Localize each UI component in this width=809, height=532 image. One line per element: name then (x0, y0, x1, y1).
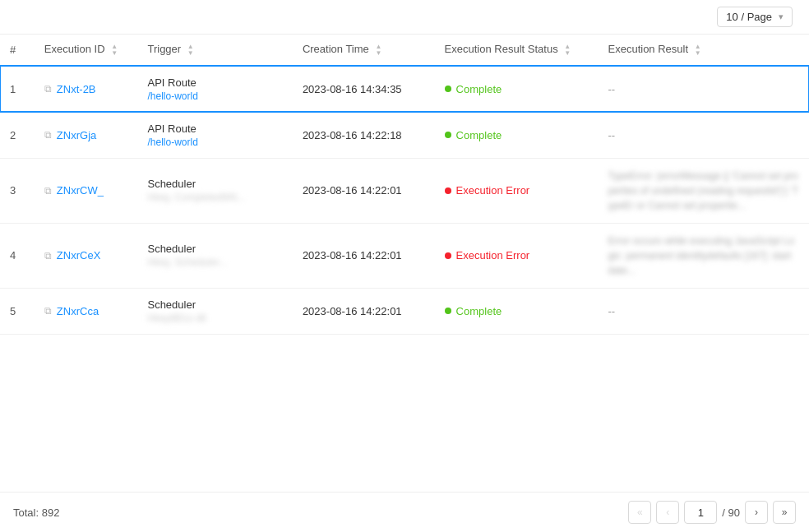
cell-status: Execution Error (435, 223, 599, 288)
status-label: Execution Error (456, 249, 530, 261)
cell-status: Complete (435, 288, 599, 334)
trigger-sub: Hkey8B1o dlt (147, 312, 282, 324)
cell-status: Execution Error (435, 158, 599, 223)
exec-id-link[interactable]: ZNxrCW_ (57, 184, 104, 197)
col-header-trigger[interactable]: Trigger ▲▼ (137, 35, 292, 66)
col-header-result[interactable]: Execution Result ▲▼ (599, 35, 810, 66)
cell-exec-id: ⧉ ZNxrGja (35, 112, 138, 158)
sort-icon-trigger: ▲▼ (187, 44, 194, 57)
exec-id-link[interactable]: ZNxt-2B (57, 83, 96, 95)
cell-status: Complete (435, 66, 599, 113)
copy-icon[interactable]: ⧉ (44, 185, 52, 197)
cell-num: 3 (0, 158, 35, 223)
cell-exec-id: ⧉ ZNxt-2B (35, 66, 138, 113)
cell-creation-time: 2023-08-16 14:22:01 (293, 158, 435, 223)
result-text: -- (608, 129, 616, 141)
next-page-button[interactable]: › (745, 501, 768, 524)
cell-num: 1 (0, 66, 35, 113)
page-size-label: 10 / Page (726, 11, 772, 23)
sort-icon-execid: ▲▼ (111, 44, 118, 57)
cell-num: 4 (0, 223, 35, 288)
status-label: Complete (456, 129, 502, 141)
pagination: « ‹ / 90 › » (628, 501, 796, 524)
table-row[interactable]: 5 ⧉ ZNxrCca Scheduler Hkey8B1o dlt 2023-… (0, 288, 809, 334)
copy-icon[interactable]: ⧉ (44, 129, 52, 141)
trigger-main: Scheduler (147, 243, 282, 255)
trigger-main: Scheduler (147, 298, 282, 311)
cell-creation-time: 2023-08-16 14:34:35 (293, 66, 435, 113)
copy-icon[interactable]: ⧉ (44, 305, 52, 317)
cell-num: 2 (0, 112, 35, 158)
status-dot (445, 308, 451, 314)
copy-icon[interactable]: ⧉ (44, 250, 52, 261)
table-row[interactable]: 4 ⧉ ZNxrCeX Scheduler Hkey, Scheduler...… (0, 223, 809, 288)
page-number-input[interactable] (684, 501, 717, 524)
prev-page-button[interactable]: ‹ (656, 501, 679, 524)
sort-icon-result: ▲▼ (695, 44, 701, 57)
trigger-sub: /hello-world (147, 136, 282, 148)
cell-trigger: API Route /hello-world (137, 66, 292, 113)
status-dot (445, 187, 451, 194)
result-text: -- (608, 305, 616, 317)
status-dot (445, 86, 451, 92)
table-header-row: # Execution ID ▲▼ Trigger ▲▼ Creation Ti… (0, 35, 809, 66)
executions-table: # Execution ID ▲▼ Trigger ▲▼ Creation Ti… (0, 35, 809, 335)
chevron-down-icon: ▾ (779, 12, 784, 22)
cell-exec-id: ⧉ ZNxrCca (35, 288, 138, 334)
sort-icon-status: ▲▼ (564, 44, 571, 57)
cell-exec-id: ⧉ ZNxrCW_ (35, 158, 138, 223)
last-page-button[interactable]: » (773, 501, 796, 524)
cell-creation-time: 2023-08-16 14:22:01 (293, 288, 435, 334)
table-row[interactable]: 3 ⧉ ZNxrCW_ Scheduler Hkey, CompletedWit… (0, 158, 809, 223)
trigger-sub: /hello-world (147, 90, 282, 102)
page-total: / 90 (722, 507, 740, 519)
trigger-sub: Hkey, Scheduler... (147, 257, 282, 268)
result-text: -- (608, 83, 616, 95)
status-dot (445, 252, 451, 259)
result-text: Error occurs while executing JavaScript … (608, 235, 795, 276)
cell-result: Error occurs while executing JavaScript … (599, 223, 810, 288)
trigger-sub: Hkey, CompletedWit... (147, 192, 282, 203)
first-page-button[interactable]: « (628, 501, 651, 524)
cell-num: 5 (0, 288, 35, 334)
cell-status: Complete (435, 112, 599, 158)
top-bar: 10 / Page ▾ (0, 0, 809, 35)
table-row[interactable]: 1 ⧉ ZNxt-2B API Route /hello-world 2023-… (0, 66, 809, 113)
total-count: Total: 892 (13, 507, 59, 519)
status-label: Complete (456, 305, 502, 317)
cell-trigger: Scheduler Hkey, Scheduler... (137, 223, 292, 288)
trigger-main: Scheduler (147, 178, 282, 190)
cell-result: -- (599, 112, 810, 158)
status-label: Complete (456, 83, 502, 95)
cell-exec-id: ⧉ ZNxrCeX (35, 223, 138, 288)
cell-result: -- (599, 66, 810, 113)
exec-id-link[interactable]: ZNxrCca (57, 305, 99, 317)
cell-result: TypeError: (errorMessage || 'Cannot set … (599, 158, 810, 223)
table-body: 1 ⧉ ZNxt-2B API Route /hello-world 2023-… (0, 66, 809, 335)
status-label: Execution Error (456, 184, 530, 197)
exec-id-link[interactable]: ZNxrCeX (57, 249, 100, 261)
table-row[interactable]: 2 ⧉ ZNxrGja API Route /hello-world 2023-… (0, 112, 809, 158)
trigger-main: API Route (147, 76, 282, 89)
trigger-main: API Route (147, 123, 282, 135)
copy-icon[interactable]: ⧉ (44, 83, 52, 95)
col-header-execid[interactable]: Execution ID ▲▼ (35, 35, 138, 66)
result-text: TypeError: (errorMessage || 'Cannot set … (608, 170, 799, 211)
cell-result: -- (599, 288, 810, 334)
exec-id-link[interactable]: ZNxrGja (57, 129, 96, 141)
cell-trigger: Scheduler Hkey8B1o dlt (137, 288, 292, 334)
table-wrapper: # Execution ID ▲▼ Trigger ▲▼ Creation Ti… (0, 35, 809, 492)
col-header-num[interactable]: # (0, 35, 35, 66)
cell-trigger: Scheduler Hkey, CompletedWit... (137, 158, 292, 223)
cell-creation-time: 2023-08-16 14:22:18 (293, 112, 435, 158)
page-size-selector[interactable]: 10 / Page ▾ (717, 7, 793, 27)
col-header-creation[interactable]: Creation Time ▲▼ (293, 35, 435, 66)
cell-creation-time: 2023-08-16 14:22:01 (293, 223, 435, 288)
cell-trigger: API Route /hello-world (137, 112, 292, 158)
sort-icon-creation: ▲▼ (375, 44, 381, 57)
status-dot (445, 132, 451, 138)
footer: Total: 892 « ‹ / 90 › » (0, 492, 809, 532)
col-header-status[interactable]: Execution Result Status ▲▼ (435, 35, 599, 66)
